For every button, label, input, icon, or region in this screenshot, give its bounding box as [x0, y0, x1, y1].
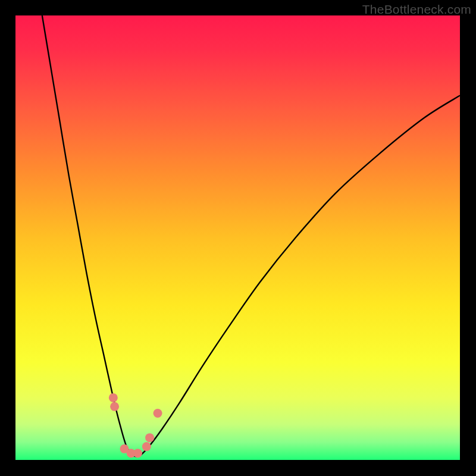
data-marker [145, 433, 154, 442]
data-marker [110, 402, 119, 411]
plot-area [15, 15, 460, 460]
gradient-background [15, 15, 460, 460]
watermark-label: TheBottleneck.com [362, 2, 471, 17]
data-marker [109, 393, 118, 402]
data-marker [142, 442, 151, 451]
chart-frame: TheBottleneck.com [0, 0, 476, 476]
data-marker [154, 409, 162, 418]
data-marker [133, 449, 142, 458]
bottleneck-chart [15, 15, 460, 460]
